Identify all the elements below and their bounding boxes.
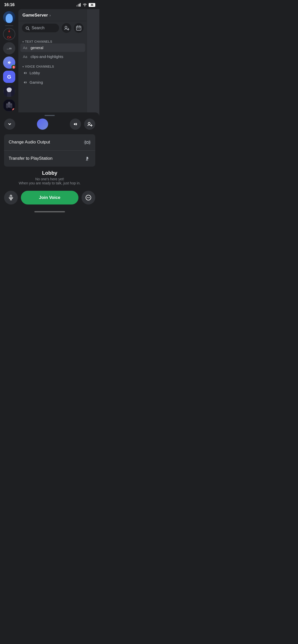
svg-rect-2 [79,4,79,7]
search-icon [25,26,30,30]
sidebar-item-g[interactable]: G [3,71,15,83]
text-channels-label: Text Channels [25,40,52,43]
voice-icon-gaming [23,80,28,85]
sidebar-item-dark[interactable]: 9 [3,99,15,111]
channel-lobby[interactable]: Lobby [20,68,85,77]
channel-general[interactable]: Aa general [20,43,85,52]
change-audio-output-label: Change Audio Output [9,140,50,145]
sidebar-my-avatar[interactable] [3,11,15,23]
sidebar-item-anime1[interactable] [3,85,15,97]
channel-gaming[interactable]: Gaming [20,78,85,87]
svg-rect-27 [76,26,81,30]
svg-point-15 [10,103,12,105]
svg-rect-37 [10,195,12,198]
broadcast-icon [84,139,91,146]
voice-overlay: Change Audio Output Transfer to PlayStat… [0,112,99,215]
wifi-icon [83,3,87,7]
svg-line-23 [28,29,29,30]
voice-channels-category: ▾ Voice Channels Lobby [20,65,85,87]
text-channels-header[interactable]: ▾ Text Channels [20,40,85,43]
svg-rect-32 [79,28,80,29]
bottom-action-bar: Join Voice [0,188,99,209]
speaker-icon [6,60,12,66]
join-voice-label: Join Voice [39,195,60,200]
status-bar: 16:16 36 [0,0,99,9]
text-channels-chevron: ▾ [22,40,24,43]
svg-point-14 [8,102,10,104]
server-chevron-icon: › [49,13,51,17]
voice-channels-label: Voice Channels [25,65,54,68]
microphone-button[interactable] [4,191,18,204]
playstation-icon [84,155,91,162]
text-channel-prefix-1: Aa [23,46,29,50]
server-header[interactable]: GameServer › [18,9,87,21]
voice-channel-name: Lobby [4,170,95,176]
sidebar-item-purple[interactable]: 1 [3,56,15,69]
voice-empty-text: No one's here yet! [4,177,95,181]
channel-clips-name: clips-and-highlights [31,54,63,59]
svg-point-36 [86,141,88,143]
change-audio-output-item[interactable]: Change Audio Output [4,134,95,151]
add-member-button[interactable] [62,23,71,33]
notification-badge-purple: 1 [12,65,16,69]
channel-general-name: general [31,46,43,50]
voice-collapse-button[interactable] [4,119,15,130]
sidebar-divider-1 [5,25,13,26]
sidebar-item-dots[interactable]: ...m [3,42,15,54]
notification-badge-dark: 9 [12,108,15,111]
transfer-playstation-item[interactable]: Transfer to PlayStation [4,151,95,167]
search-bar-row: Search [18,21,87,36]
audio-output-menu: Change Audio Output Transfer to PlayStat… [4,134,95,167]
svg-point-33 [88,122,90,124]
search-input-wrap[interactable]: Search [22,24,59,32]
svg-point-24 [65,26,67,28]
voice-hint-text: When you are ready to talk, just hop in. [4,181,95,185]
channel-gaming-name: Gaming [30,80,43,84]
voice-channel-info: Lobby No one's here yet! When you are re… [0,169,99,188]
text-channels-category: ▾ Text Channels Aa general Aa clips-and-… [20,40,85,61]
svg-point-42 [88,197,89,198]
home-indicator [0,209,99,215]
svg-point-13 [6,103,8,105]
transfer-playstation-label: Transfer to PlayStation [9,156,52,161]
sidebar-item-moca[interactable]: MO CA [3,28,15,40]
svg-rect-31 [77,28,78,29]
calendar-button[interactable] [74,23,84,33]
voice-channels-header[interactable]: ▾ Voice Channels [20,65,85,68]
channel-lobby-name: Lobby [30,71,40,75]
battery-icon: 36 [89,3,95,7]
status-time: 16:16 [4,2,15,7]
status-icons: 36 [76,3,95,7]
signal-icon [76,3,81,7]
voice-channels-chevron: ▾ [22,65,24,68]
server-name: GameServer [22,13,48,18]
chat-button[interactable] [82,191,95,204]
home-indicator-bar [34,211,65,212]
svg-rect-0 [76,5,77,7]
search-placeholder: Search [32,26,45,30]
svg-rect-3 [80,3,81,7]
voice-add-user-button[interactable] [84,119,95,130]
voice-speaker-button[interactable] [70,119,81,130]
voice-icon-lobby [23,70,28,75]
channel-clips[interactable]: Aa clips-and-highlights [20,52,85,61]
svg-rect-1 [78,4,78,7]
voice-controls-row [0,116,99,132]
svg-point-41 [87,197,88,198]
svg-point-43 [89,197,90,198]
text-channel-prefix-2: Aa [23,55,29,59]
voice-user-avatar [37,119,48,130]
join-voice-button[interactable]: Join Voice [21,191,78,204]
